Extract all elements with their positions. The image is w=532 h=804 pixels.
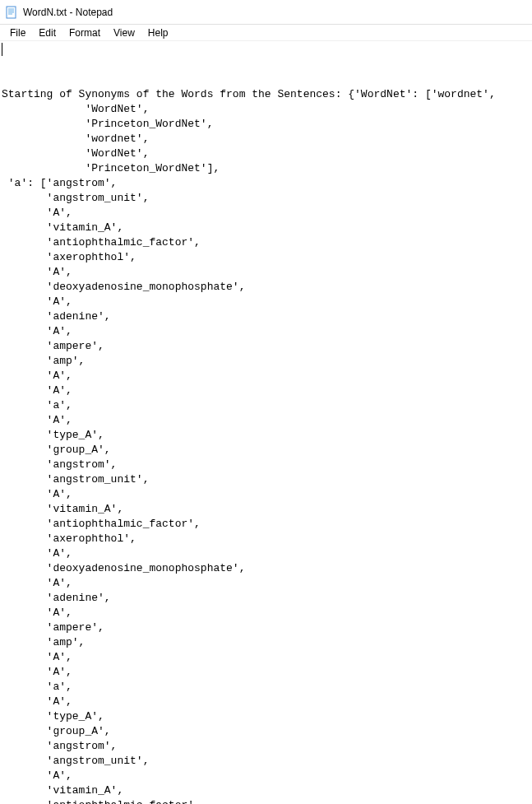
menubar: File Edit Format View Help (0, 25, 532, 41)
text-cursor (2, 43, 2, 56)
notepad-icon (5, 6, 18, 19)
titlebar: WordN.txt - Notepad (0, 0, 532, 25)
menu-edit[interactable]: Edit (32, 26, 62, 40)
text-content: Starting of Synonyms of the Words from t… (2, 87, 532, 804)
window-title: WordN.txt - Notepad (23, 7, 113, 18)
menu-format[interactable]: Format (62, 26, 107, 40)
menu-help[interactable]: Help (141, 26, 175, 40)
menu-view[interactable]: View (107, 26, 141, 40)
text-area[interactable]: Starting of Synonyms of the Words from t… (0, 41, 532, 804)
menu-file[interactable]: File (3, 26, 32, 40)
